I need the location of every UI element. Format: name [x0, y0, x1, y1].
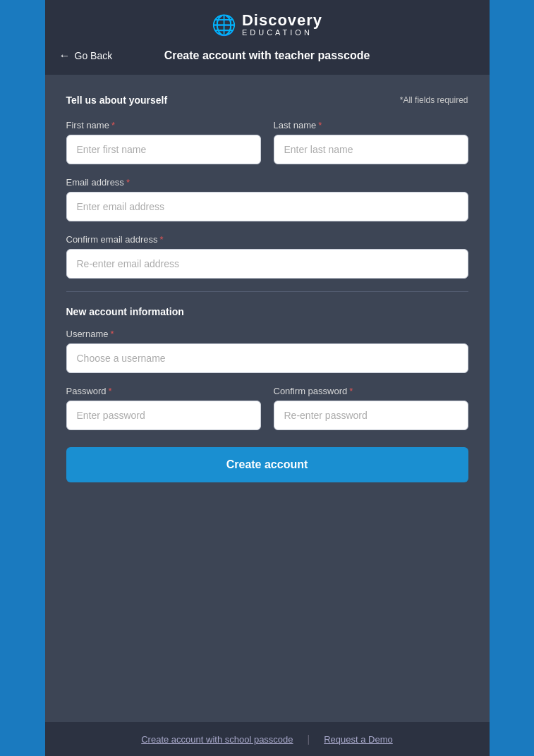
required-star-6: *: [109, 386, 112, 396]
footer: Create account with school passcode | Re…: [45, 722, 490, 756]
section-divider: [66, 291, 468, 292]
form-area: Tell us about yourself *All fields requi…: [45, 75, 490, 722]
required-star-3: *: [126, 177, 130, 188]
go-back-label: Go Back: [75, 50, 113, 61]
confirm-email-input[interactable]: [66, 249, 468, 279]
logo-education: EDUCATION: [242, 29, 312, 37]
password-row: Password* Confirm password*: [66, 386, 468, 430]
logo-text: Discovery EDUCATION: [242, 13, 322, 37]
last-name-group: Last name*: [274, 120, 468, 164]
confirm-email-group: Confirm email address*: [66, 234, 468, 279]
password-label: Password*: [66, 386, 261, 396]
last-name-input[interactable]: [274, 135, 468, 164]
email-label: Email address*: [66, 177, 468, 188]
confirm-password-label: Confirm password*: [274, 386, 468, 396]
required-star-7: *: [349, 386, 353, 396]
section1-title: Tell us about yourself: [66, 94, 168, 106]
header-nav: ← Go Back Create account with teacher pa…: [59, 49, 475, 62]
name-row: First name* Last name*: [66, 120, 468, 164]
required-star-2: *: [318, 120, 322, 130]
password-input[interactable]: [66, 401, 261, 430]
last-name-label: Last name*: [274, 120, 468, 130]
logo-discovery: Discovery: [242, 13, 322, 28]
section2-title: New account information: [66, 306, 468, 317]
footer-divider: |: [308, 733, 310, 745]
page-title: Create account with teacher passcode: [164, 49, 370, 62]
required-star: *: [111, 120, 115, 130]
back-arrow-icon: ←: [59, 49, 71, 62]
first-name-label: First name*: [66, 120, 261, 130]
required-note: *All fields required: [400, 95, 468, 105]
username-input[interactable]: [66, 343, 468, 373]
logo: 🌐 Discovery EDUCATION: [212, 13, 322, 37]
first-name-group: First name*: [66, 120, 261, 164]
school-passcode-link[interactable]: Create account with school passcode: [141, 734, 293, 745]
required-star-4: *: [160, 234, 164, 245]
username-group: Username*: [66, 329, 468, 373]
create-account-button[interactable]: Create account: [66, 447, 468, 482]
first-name-input[interactable]: [66, 135, 261, 164]
go-back-button[interactable]: ← Go Back: [59, 49, 113, 62]
email-group: Email address*: [66, 177, 468, 221]
email-input[interactable]: [66, 192, 468, 221]
globe-icon: 🌐: [212, 13, 236, 37]
header: 🌐 Discovery EDUCATION ← Go Back Create a…: [45, 0, 490, 75]
confirm-password-input[interactable]: [274, 401, 468, 430]
password-group: Password*: [66, 386, 261, 430]
section1-header: Tell us about yourself *All fields requi…: [66, 94, 468, 106]
username-label: Username*: [66, 329, 468, 339]
required-star-5: *: [110, 329, 114, 339]
request-demo-link[interactable]: Request a Demo: [324, 734, 393, 745]
confirm-password-group: Confirm password*: [274, 386, 468, 430]
confirm-email-label: Confirm email address*: [66, 234, 468, 245]
